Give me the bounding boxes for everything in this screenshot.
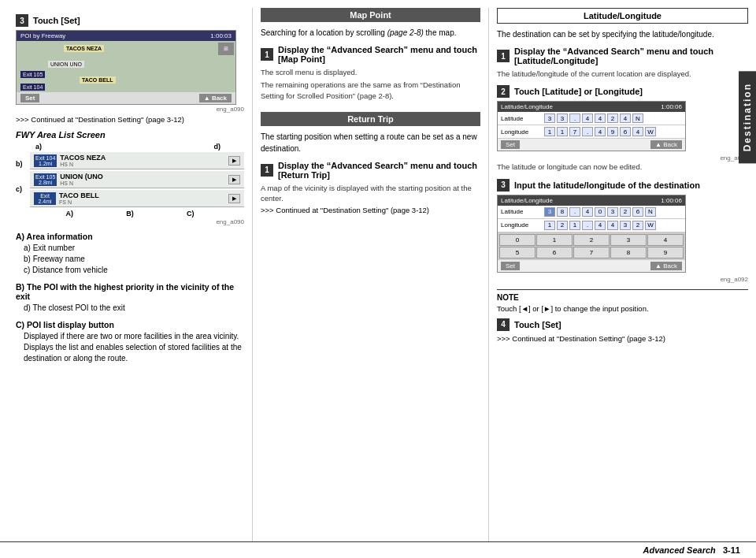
lat-screen2-bottom: Set ▲ Back [498, 260, 685, 272]
lon-d3: . [582, 127, 593, 136]
num-2[interactable]: 2 [573, 234, 610, 246]
lon-d0: 1 [544, 127, 555, 136]
lat-screen1-title: Latitude/Longitude [501, 103, 553, 110]
num-5[interactable]: 5 [499, 247, 536, 259]
info-b-label: B) The POI with the highest priority in … [16, 282, 244, 301]
taco-bell: TACO BELL [59, 192, 99, 199]
lat-d2: . [569, 113, 580, 123]
fwy-row2-details: UNION (UNO HS N [60, 173, 103, 186]
lat2-set-btn[interactable]: Set [501, 262, 520, 270]
screen1-caption: eng_a091 [497, 154, 748, 162]
lat2-d4: 0 [595, 207, 606, 217]
num-9[interactable]: 9 [647, 247, 684, 259]
lat-set-btn[interactable]: Set [501, 140, 520, 149]
step2-lat-heading: 2 Touch [Latitude] or [Longitude] [497, 85, 748, 98]
lon-row1-digits: 1 1 7 . 4 9 6 4 W [544, 127, 656, 136]
footer-page: 3-11 [723, 545, 740, 555]
lat2-d3: 4 [582, 207, 593, 217]
note-box: NOTE Touch [◄] or [►] to change the inpu… [497, 289, 748, 314]
lon-d4: 4 [595, 127, 606, 136]
fwy-row-1: Exit 1041.2mi TACOS NEZA HS N ▶ [30, 152, 244, 169]
label-C: C) [187, 210, 195, 218]
step2-lat-number: 2 [497, 85, 510, 98]
map-point-italic: (page 2-8) [387, 28, 424, 37]
poi-bottom-bar: Set ▲ Back [17, 92, 235, 104]
info-a-item-1: b) Freeway name [24, 254, 244, 265]
poi-img-caption: eng_a090 [16, 106, 244, 113]
info-b-body: d) The closest POI to the exit [24, 303, 244, 314]
poi-screen-time: 1:00:03 [210, 32, 232, 39]
fwy-top-labels: a) d) [16, 143, 244, 151]
fwy-diagram-container: a) d) b) c) Exit 1041.2mi TACOS NEZA HS … [16, 143, 244, 225]
lat2-d7: 6 [632, 207, 643, 217]
map-zoom: ⊞ [218, 43, 234, 55]
left-column: 3 Touch [Set] POI by Freeway 1:00:03 ⊞ T… [0, 8, 252, 541]
info-b-item-0: d) The closest POI to the exit [24, 303, 244, 314]
lat-d1: 3 [557, 113, 568, 123]
right-column: Latitude/Longitude The destination can b… [488, 8, 756, 541]
lat2-back-btn[interactable]: ▲ Back [650, 262, 682, 270]
lon-row2-digits: 1 2 1 . 4 4 3 2 W [544, 221, 656, 230]
lat-back-btn[interactable]: ▲ Back [650, 140, 682, 149]
lat-d0: 3 [544, 113, 555, 123]
poi-screen-header: POI by Freeway 1:00:03 [17, 31, 235, 41]
footer-section: Advanced Search [643, 545, 715, 555]
label-b: b) [16, 160, 23, 168]
step4-lat-label: Touch [Set] [514, 320, 561, 329]
fwy-row2-right: ▶ [228, 175, 240, 184]
mid-column: Map Point Searching for a location by sc… [252, 8, 488, 541]
num-6[interactable]: 6 [536, 247, 573, 259]
lat-row1-label: Latitude [501, 115, 544, 122]
num-1[interactable]: 1 [536, 234, 573, 246]
fwy-rows-area: b) c) Exit 1041.2mi TACOS NEZA HS N ▶ Ex… [16, 152, 244, 207]
num-8[interactable]: 8 [610, 247, 647, 259]
num-3[interactable]: 3 [610, 234, 647, 246]
lon-d7: 4 [632, 127, 643, 136]
taco-bell-label: TACO BELL [80, 76, 116, 84]
poi-map-area: ⊞ TACOS NEZA UNION UNO TACO BELL Exit 10… [17, 41, 235, 92]
exit-badge-2: Exit 1052.8mi [34, 173, 57, 186]
fwy-row-2: Exit 1052.8mi UNION (UNO HS N ▶ [30, 171, 244, 188]
num-7[interactable]: 7 [573, 247, 610, 259]
lon-row1-label: Longitude [501, 128, 544, 136]
lat-screen-2: Latitude/Longitude 1:00:06 Latitude 3 8 … [497, 195, 686, 273]
step1-map-body2: The remaining operations are the same as… [261, 80, 480, 101]
lon2-d2: 1 [569, 221, 580, 230]
info-a-item-2: c) Distance from vehicle [24, 265, 244, 276]
footer: Advanced Search 3-11 [0, 541, 756, 558]
lat2-d5: 3 [607, 207, 618, 217]
note-text: Touch [◄] or [►] to change the input pos… [497, 303, 748, 314]
fwy-row3-details: TACO BELL FS N [59, 192, 99, 205]
num-4[interactable]: 4 [647, 234, 684, 246]
fs-n: FS N [59, 199, 99, 205]
lat-lon-title: Latitude/Longitude [497, 8, 748, 24]
union-label: UNION UNO [48, 61, 84, 68]
info-c-label: C) POI list display button [16, 320, 244, 329]
fwy-img-caption: eng_a090 [16, 218, 244, 225]
poi-screen: POI by Freeway 1:00:03 ⊞ TACOS NEZA UNIO… [16, 30, 236, 105]
info-a-body: a) Exit number b) Freeway name c) Distan… [24, 243, 244, 276]
back-btn[interactable]: ▲ Back [199, 94, 232, 102]
exit-104: Exit 104 [20, 84, 45, 91]
lat-row2: Latitude 3 8 . 4 0 3 2 6 N [498, 206, 685, 219]
lon2-d7: 2 [632, 221, 643, 230]
tacos-neza: TACOS NEZA [60, 154, 106, 162]
exit-105: Exit 105 [20, 71, 45, 78]
lat-screen1-bottom: Set ▲ Back [498, 139, 685, 151]
num-0[interactable]: 0 [499, 234, 536, 246]
step1-return-label: Display the “Advanced Search” menu and t… [278, 161, 480, 180]
info-a-item-0: a) Exit number [24, 243, 244, 254]
step1-return-body: A map of the vicinity is displayed with … [261, 183, 480, 204]
lat-row1: Latitude 3 3 . 4 4 2 4 N [498, 112, 685, 125]
lon-d2: 7 [569, 127, 580, 136]
union-uno: UNION (UNO [60, 173, 103, 180]
lat-screen1-header: Latitude/Longitude 1:00:06 [498, 102, 685, 112]
note-label: NOTE [497, 293, 748, 302]
set-btn[interactable]: Set [20, 94, 39, 102]
step1-return-number: 1 [261, 164, 273, 177]
step3-heading: 3 Touch [Set] [16, 14, 244, 27]
destination-tab: Destination [739, 71, 756, 163]
fwy-row1-details: TACOS NEZA HS N [60, 154, 106, 167]
fwy-row1-right: ▶ [228, 156, 240, 166]
lat-screen1-time: 1:00:06 [661, 103, 682, 110]
